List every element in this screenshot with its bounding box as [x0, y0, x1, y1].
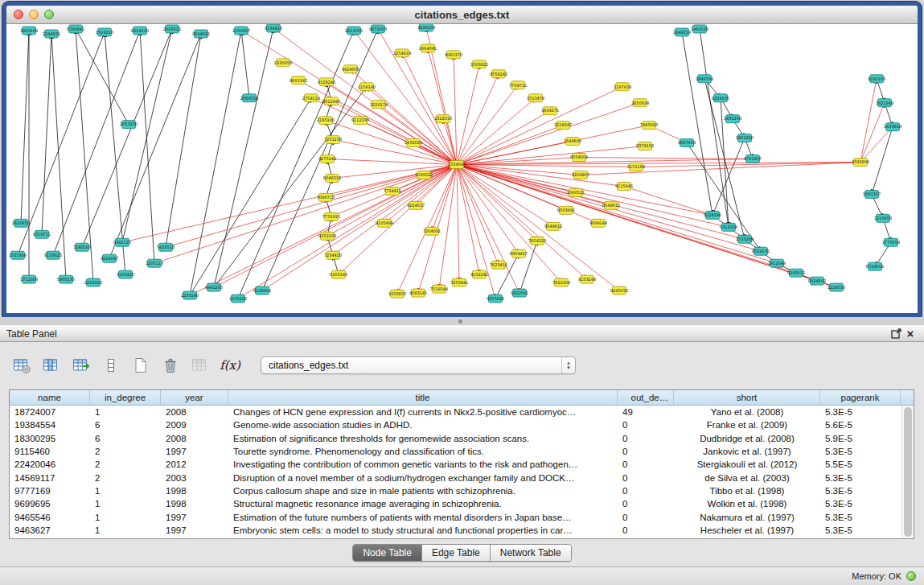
graph-node[interactable]: 8046312 [323, 174, 341, 182]
graph-node[interactable]: 5905135 [57, 275, 75, 283]
column-header-year[interactable]: year [161, 390, 228, 405]
close-window-button[interactable] [14, 10, 23, 19]
graph-node[interactable]: 9558242 [490, 70, 507, 78]
graph-node[interactable]: 8153244 [578, 275, 596, 283]
graph-node[interactable]: 8601345 [290, 76, 307, 84]
graph-node[interactable]: 2060518 [240, 94, 258, 102]
close-panel-icon[interactable]: × [903, 328, 918, 340]
graph-node[interactable]: 9245012 [787, 269, 805, 277]
graph-node[interactable]: 1711308 [20, 275, 38, 283]
graph-node[interactable]: 9554008 [570, 154, 588, 162]
graph-node[interactable]: 8379158 [636, 142, 654, 150]
graph-node[interactable]: 9353028 [487, 295, 504, 303]
network-canvas[interactable]: 1724046812824690124472185100725123892751… [6, 24, 918, 313]
scrollbar-thumb[interactable] [904, 407, 912, 537]
graph-node[interactable]: 1197439 [614, 83, 631, 91]
minimize-window-button[interactable] [29, 10, 39, 19]
graph-node[interactable]: 1431208 [724, 115, 741, 123]
graph-node[interactable]: 8667919 [678, 139, 696, 147]
graph-node[interactable]: 1524210 [96, 28, 113, 36]
graph-node[interactable]: 7280103 [73, 243, 91, 251]
graph-node[interactable]: 8503491 [557, 206, 575, 214]
graph-node[interactable]: 1224530 [827, 283, 845, 291]
graph-node[interactable]: 9224017 [407, 201, 425, 209]
table-vertical-scrollbar[interactable] [901, 406, 914, 538]
graph-node[interactable]: 7251238 [324, 136, 342, 144]
column-chooser-icon[interactable] [41, 355, 62, 376]
column-header-short[interactable]: short [674, 390, 820, 405]
graph-node[interactable]: 7234420 [324, 251, 342, 259]
network-table-select[interactable]: citations_edges.txt▲▼ [261, 356, 576, 374]
graph-node[interactable]: 1254419 [393, 49, 411, 57]
graph-node[interactable]: 1433805 [388, 290, 406, 298]
table-row[interactable]: 1872400712008Changes of HCN gene express… [10, 406, 901, 418]
graph-node[interactable]: 1922001 [511, 289, 528, 297]
table-row[interactable]: 1938455462009Genome-wide association stu… [10, 418, 901, 431]
graph-node[interactable]: 2233140 [181, 291, 199, 299]
graph-node[interactable]: 1091317 [863, 190, 881, 198]
graph-node[interactable]: 9012447 [322, 97, 340, 105]
graph-node[interactable]: 7731915 [322, 212, 340, 220]
graph-node[interactable]: 9061370 [445, 51, 462, 59]
graph-node[interactable]: 9312024 [720, 223, 737, 231]
graph-node[interactable]: 9083145 [409, 289, 427, 297]
graph-node[interactable]: 3220174 [370, 101, 388, 109]
table-row[interactable]: 1456911722003Disruption of a novel membe… [10, 471, 901, 484]
graph-node[interactable]: 9424005 [342, 65, 359, 73]
graph-node[interactable]: 9105499 [376, 219, 393, 227]
graph-node[interactable]: 7622209 [552, 278, 570, 286]
graph-node[interactable]: 9105420 [117, 270, 134, 278]
graph-node[interactable]: 8341120 [113, 238, 131, 246]
graph-node[interactable]: 9099144 [589, 219, 607, 227]
column-header-title[interactable]: title [228, 390, 618, 405]
float-panel-icon[interactable] [889, 328, 903, 340]
graph-node[interactable]: 8112330 [351, 117, 369, 125]
graph-node[interactable]: 1833104 [417, 24, 435, 31]
graph-node[interactable]: 1060521 [567, 188, 585, 196]
graph-node[interactable]: 1604271 [541, 107, 559, 115]
column-header-in-degree[interactable]: in_degree [90, 390, 161, 405]
graph-node[interactable]: 1563821 [470, 60, 488, 68]
graph-node[interactable]: 9218047 [101, 254, 118, 262]
table-row[interactable]: 946554611997Estimation of the future num… [10, 510, 901, 523]
function-builder-icon[interactable]: f(x) [220, 355, 240, 376]
graph-node[interactable]: 8549612 [602, 201, 620, 209]
graph-node[interactable]: 1510474 [527, 94, 544, 102]
graph-node[interactable]: 1322016 [434, 115, 452, 123]
table-row[interactable]: 1830029562008Estimation of significance … [10, 432, 901, 445]
graph-node[interactable]: 9275142 [318, 155, 336, 163]
graph-node[interactable]: 9152208 [318, 232, 336, 240]
delete-trash-icon[interactable] [160, 355, 181, 376]
graph-node[interactable]: 7854223 [528, 237, 546, 245]
graph-node[interactable]: 1533209 [736, 235, 754, 243]
graph-node[interactable]: 1210453 [874, 214, 892, 222]
table-row[interactable]: 946362711997Embryonic stem cells: a mode… [10, 524, 901, 537]
graph-node[interactable]: 2754114 [302, 94, 320, 102]
graph-node[interactable]: 8959417 [510, 249, 528, 257]
tab-node-table[interactable]: Node Table [353, 545, 422, 561]
graph-node[interactable]: 2204907 [572, 171, 589, 179]
graph-node[interactable]: 1025304 [9, 251, 27, 259]
graph-node[interactable]: 9165143 [330, 270, 347, 278]
graph-node[interactable]: 1863104 [20, 27, 38, 35]
graph-node[interactable]: 1205113 [146, 259, 163, 267]
column-header-pagerank[interactable]: pagerank [820, 390, 901, 405]
graph-node[interactable]: 9549612 [544, 222, 562, 230]
graph-node[interactable]: 6724502 [866, 262, 884, 270]
graph-node[interactable]: 9441205 [205, 283, 223, 291]
graph-node[interactable]: 9115446 [615, 182, 633, 190]
column-header-name[interactable]: name [10, 390, 90, 405]
graph-node[interactable]: 7204091 [423, 227, 441, 235]
new-document-icon[interactable] [130, 355, 151, 376]
graph-node[interactable]: 3216047 [554, 122, 572, 130]
graph-node[interactable]: 9471003 [369, 25, 387, 33]
panel-splitter[interactable] [0, 317, 924, 325]
graph-node[interactable]: 9330841 [67, 25, 84, 33]
graph-node[interactable]: 1105226 [229, 295, 247, 303]
graph-node[interactable]: 1220058 [274, 59, 292, 67]
column-header-out-de-[interactable]: △out_de… [618, 390, 674, 405]
graph-node[interactable]: 9224105 [712, 94, 729, 102]
graph-node[interactable]: 2211056 [345, 27, 363, 35]
rows-icon[interactable] [101, 355, 121, 376]
graph-node[interactable]: 2620650 [12, 219, 30, 227]
